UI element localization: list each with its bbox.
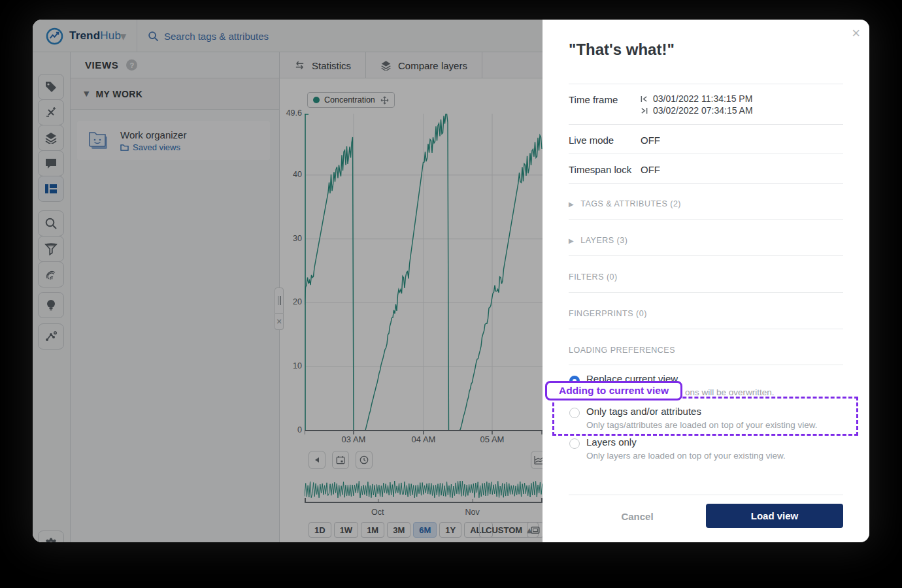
- close-icon[interactable]: ×: [852, 25, 860, 42]
- jump-to-end-icon: [641, 107, 648, 114]
- live-mode-value: OFF: [641, 135, 660, 146]
- timeframe-label: Time frame: [569, 94, 618, 105]
- radio-layers-only[interactable]: [569, 438, 580, 449]
- section-loading-preferences: LOADING PREFERENCES: [569, 346, 675, 355]
- annotation-dashed-box: [552, 397, 858, 436]
- timeframe-start: 03/01/2022 11:34:15 PM: [641, 93, 752, 104]
- section-filters: FILTERS (0): [569, 272, 618, 282]
- section-fingerprints: FINGERPRINTS (0): [569, 309, 647, 318]
- load-view-button[interactable]: Load view: [706, 504, 843, 528]
- annotation-callout: Adding to current view: [545, 381, 682, 400]
- timespan-lock-value: OFF: [641, 164, 660, 175]
- cancel-button[interactable]: Cancel: [608, 511, 667, 522]
- chevron-right-icon: ▶: [569, 201, 574, 208]
- radio-replace-sub: ons will be overwritten.: [685, 387, 775, 397]
- modal-title: "That's what!": [569, 41, 675, 59]
- radio-layers-only-label[interactable]: Layers only: [586, 436, 637, 448]
- jump-to-start-icon: [641, 95, 648, 103]
- timeframe-end: 03/02/2022 07:34:15 AM: [641, 105, 753, 116]
- chevron-right-icon: ▶: [569, 237, 574, 244]
- timespan-lock-label: Timespan lock: [569, 164, 631, 175]
- screenshot-stage: TrendHub ▼ Search tags & attributes VIEW…: [0, 0, 902, 588]
- app-window: TrendHub ▼ Search tags & attributes VIEW…: [33, 20, 869, 542]
- section-tags-attributes[interactable]: ▶TAGS & ATTRIBUTES (2): [569, 199, 681, 208]
- radio-layers-only-sub: Only layers are loaded on top of your ex…: [586, 451, 786, 461]
- live-mode-label: Live mode: [569, 135, 614, 146]
- load-view-modal: × "That's what!" Time frame 03/01/2022 1…: [543, 20, 869, 542]
- section-layers[interactable]: ▶LAYERS (3): [569, 236, 627, 245]
